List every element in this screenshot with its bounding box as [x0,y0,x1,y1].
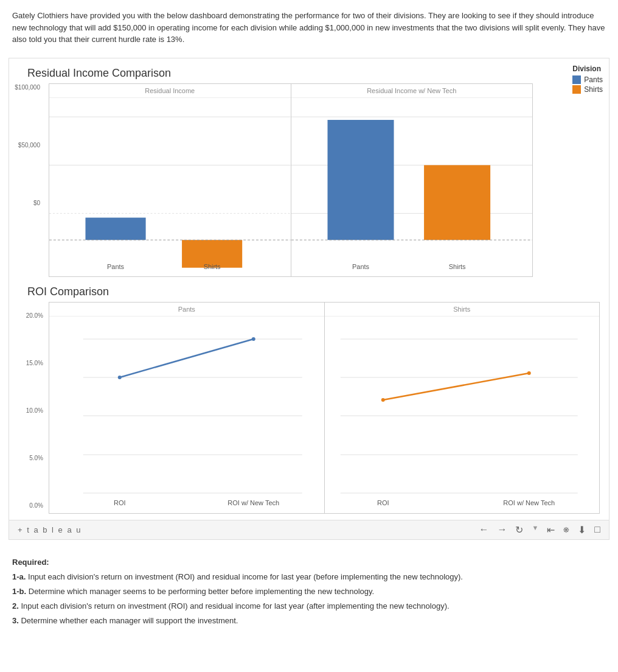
item-2-bold: 2. [12,601,19,611]
roi-y-20: 20.0% [26,312,43,319]
footer-icons[interactable]: ← → ↻ ▼ ⇤ ⎈ ⬇ □ [479,524,600,536]
svg-text:Shirts: Shirts [448,262,465,270]
bar-chart-panels: Residual Income [49,83,533,277]
svg-text:ROI: ROI [377,499,389,506]
roi-panel-shirts: Shirts ROI ROI w/ New Tech [325,303,600,513]
bar-chart-right-svg: Pants Shirts [291,98,533,275]
home-icon[interactable]: ⇤ [547,524,555,536]
forward-icon[interactable]: → [497,524,507,536]
roi-header-shirts: Shirts [325,303,600,317]
item-1b-text: Determine which manager seems to be perf… [29,587,374,596]
tableau-logo: + t a b l e a u [18,525,82,534]
item-1a-text: Input each division's return on investme… [28,572,463,581]
required-item-1a: 1-a. Input each division's return on inv… [12,570,606,584]
y-label-0: $0 [33,200,40,206]
required-item-1b: 1-b. Determine which manager seems to be… [12,585,606,598]
panel-header-left: Residual Income [49,84,291,98]
dashboard-container: Division Pants Shirts Residual Income Co… [9,58,609,540]
roi-svg-shirts: ROI ROI w/ New Tech [325,317,600,511]
item-3-text: Determine whether each manager will supp… [21,616,238,625]
bar-panel-right: Residual Income w/ New Tech Pants Shir [291,84,533,276]
bar-chart-left-svg: Pants Shirts [49,98,291,275]
refresh-dropdown[interactable]: ▼ [532,524,538,536]
fullscreen-icon[interactable]: □ [594,524,600,536]
bar-pants-left [85,217,145,240]
svg-text:Pants: Pants [107,262,124,270]
bar-chart-title: Residual Income Comparison [15,58,597,83]
roi-y-15: 15.0% [26,360,43,366]
svg-point-19 [252,337,255,341]
roi-y-axis-labels: 20.0% 15.0% 10.0% 5.0% 0.0% [15,312,46,509]
svg-text:ROI w/ New Tech: ROI w/ New Tech [503,499,555,506]
svg-point-28 [381,398,384,402]
svg-point-29 [527,371,530,375]
item-1b-bold: 1-b. [12,587,26,596]
svg-line-17 [120,339,254,377]
roi-header-pants: Pants [49,303,324,317]
roi-panel-pants: Pants ROI ROI w/ [49,303,325,513]
item-3-bold: 3. [12,616,19,625]
roi-y-5: 5.0% [29,455,43,461]
bar-panel-left: Residual Income [49,84,291,276]
svg-text:ROI w/ New Tech: ROI w/ New Tech [227,499,279,506]
download-icon[interactable]: ⬇ [578,524,586,536]
panel-header-right: Residual Income w/ New Tech [291,84,533,98]
y-axis-labels: $100,000 $50,000 $0 . [9,84,43,265]
tableau-footer: + t a b l e a u ← → ↻ ▼ ⇤ ⎈ ⬇ □ [9,520,609,539]
y-label-50k: $50,000 [18,142,40,149]
roi-y-0: 0.0% [29,502,43,509]
roi-chart-title: ROI Comparison [15,277,603,302]
required-section: Required: 1-a. Input each division's ret… [0,546,618,639]
bar-shirts-right [424,165,490,240]
roi-svg-pants: ROI ROI w/ New Tech [49,317,324,511]
roi-chart-panels: Pants ROI ROI w/ [49,302,600,514]
intro-text: Gately Clothiers have provided you with … [0,0,618,52]
item-2-text: Input each division's return on investme… [21,601,449,611]
y-label-100k: $100,000 [15,84,40,91]
back-icon[interactable]: ← [479,524,488,536]
required-title: Required: [12,558,49,567]
svg-text:Shirts: Shirts [204,262,221,270]
required-item-2: 2. Input each division's return on inves… [12,600,606,613]
svg-text:Pants: Pants [352,262,369,270]
item-1a-bold: 1-a. [12,572,26,581]
roi-y-10: 10.0% [26,407,43,414]
required-item-3: 3. Determine whether each manager will s… [12,614,606,628]
svg-point-18 [118,376,122,379]
roi-chart: ROI Comparison Pants [9,277,609,520]
refresh-icon[interactable]: ↻ [515,524,523,536]
svg-text:ROI: ROI [114,499,126,506]
bar-pants-right [327,119,394,239]
residual-income-chart: Residual Income Comparison Residual Inco… [9,58,609,277]
share-icon[interactable]: ⎈ [563,524,569,536]
